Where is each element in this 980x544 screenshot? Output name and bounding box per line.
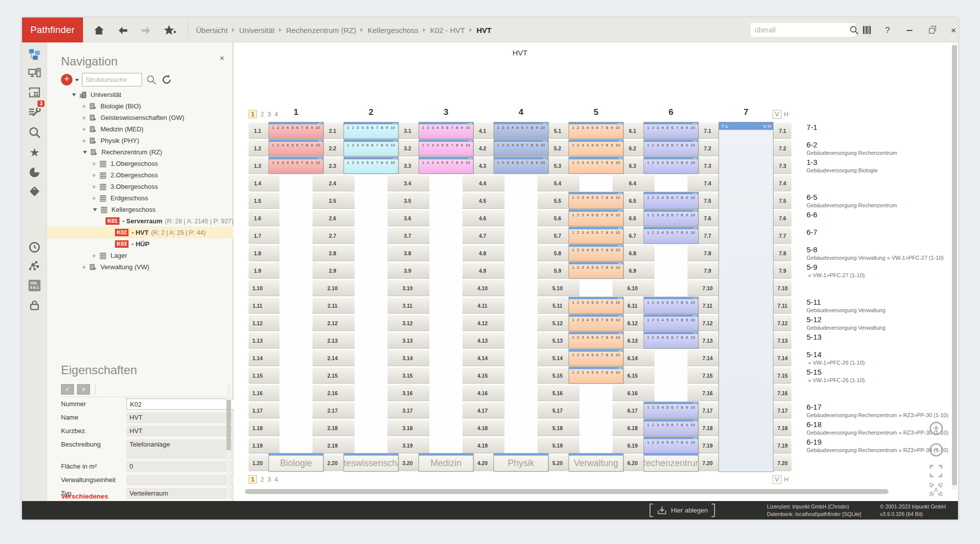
rack-row-label[interactable]: 4.11: [474, 297, 492, 314]
rack-row-label[interactable]: 1.13: [248, 332, 266, 349]
patch-panel[interactable]: 12345678910: [644, 419, 698, 436]
add-favorite-button[interactable]: [163, 23, 177, 37]
rail-item-tag[interactable]: [22, 182, 47, 200]
tree-item[interactable]: Medizin (MED): [47, 123, 234, 135]
rack-row-label[interactable]: 1.1: [248, 122, 266, 139]
rail-item-pie[interactable]: [22, 163, 47, 181]
rack-row-label[interactable]: 7.11: [774, 297, 792, 314]
rack-row-label[interactable]: 7.2: [698, 140, 716, 156]
rack-row-label[interactable]: 7.7: [774, 227, 792, 244]
rack-row-label[interactable]: 7.15: [774, 367, 792, 384]
rack-row-label[interactable]: 1.15: [248, 367, 266, 384]
rack-row-label[interactable]: 2.20: [324, 455, 342, 471]
rack-row-label[interactable]: 4.20: [474, 455, 492, 471]
rack-row-label[interactable]: 7.12: [774, 315, 792, 331]
rack-row-label[interactable]: 7.2: [774, 140, 792, 156]
rack-row-label[interactable]: 4.17: [474, 402, 492, 419]
rack-footer-panel[interactable]: Rechenzentrum: [644, 453, 698, 472]
patch-panel[interactable]: 12345678910: [644, 192, 698, 209]
rack-row-label[interactable]: 6.11: [624, 297, 642, 314]
rack-row-label[interactable]: 3.7: [398, 227, 416, 244]
rack-row-label[interactable]: 4.6: [474, 210, 492, 226]
patch-panel[interactable]: 12345678910: [268, 122, 324, 139]
rack-row-label[interactable]: 1.18: [248, 420, 266, 436]
rack-row-label[interactable]: 7.3: [774, 157, 792, 174]
rack-row-label[interactable]: 7.15: [698, 367, 716, 384]
rack-row-label[interactable]: 6.10: [624, 280, 642, 296]
rack-row-label[interactable]: 2.4: [324, 175, 342, 191]
add-dropdown-caret-icon[interactable]: [75, 79, 79, 81]
rack-row-label[interactable]: 6.13: [624, 332, 642, 349]
tree-item[interactable]: Lager: [47, 250, 234, 261]
rack-row-label[interactable]: 6.9: [624, 262, 642, 279]
rack-row-label[interactable]: 7.14: [774, 350, 792, 366]
rack-row-label[interactable]: 1.3: [248, 157, 266, 174]
patch-panel[interactable]: 12345678910: [268, 157, 324, 174]
rack-row-label[interactable]: 1.20: [248, 455, 266, 471]
panel-close-icon[interactable]: ×: [220, 53, 224, 63]
rack-row-label[interactable]: 2.8: [324, 245, 342, 261]
patch-panel[interactable]: 12345678910: [418, 122, 474, 139]
scrollbar-thumb[interactable]: [952, 45, 957, 485]
rack-row-label[interactable]: 3.6: [398, 210, 416, 226]
rack-row-label[interactable]: 5.6: [548, 210, 566, 226]
patch-panel[interactable]: 12345678910: [344, 122, 398, 139]
rack-row-label[interactable]: 2.19: [324, 437, 342, 454]
connection-link[interactable]: VW-1>PFC-26 (1-10): [812, 360, 864, 366]
rack-row-label[interactable]: 4.3: [474, 157, 492, 174]
rack-row-label[interactable]: 5.19: [548, 437, 566, 454]
fit-auto-button[interactable]: A: [928, 482, 944, 497]
view-button-h[interactable]: H: [784, 111, 788, 118]
rack-row-label[interactable]: 3.17: [398, 402, 416, 419]
rack-row-label[interactable]: 7.9: [774, 262, 792, 279]
rack-row-label[interactable]: 5.12: [548, 315, 566, 331]
rack-row-label[interactable]: 6.16: [624, 385, 642, 401]
rack-row-label[interactable]: 6.15: [624, 367, 642, 384]
rack-row-label[interactable]: 2.18: [324, 420, 342, 436]
rack-row-label[interactable]: 4.7: [474, 227, 492, 244]
breadcrumb-item[interactable]: K02 - HVT: [430, 26, 465, 34]
page-button-2[interactable]: 2: [260, 111, 264, 118]
rack-row-label[interactable]: 1.2: [248, 140, 266, 156]
rack-row-label[interactable]: 6.8: [624, 245, 642, 261]
rail-item-search[interactable]: [22, 123, 47, 141]
rack-row-label[interactable]: 7.16: [774, 385, 792, 401]
rack-row-label[interactable]: 1.17: [248, 402, 266, 419]
expander-closed-icon[interactable]: [93, 173, 96, 177]
rack-row-label[interactable]: 1.19: [248, 437, 266, 454]
tree-item[interactable]: 1.Obergeschoss: [47, 158, 234, 169]
tree-item[interactable]: Erdgeschoss: [47, 192, 234, 204]
patch-panel[interactable]: 12345678910: [568, 262, 624, 279]
rack-row-label[interactable]: 2.15: [324, 367, 342, 384]
rack-row-label[interactable]: 2.16: [324, 385, 342, 401]
rail-item-clock[interactable]: [22, 238, 47, 256]
connection-title[interactable]: 6-7: [806, 228, 954, 236]
connection-title[interactable]: 5-9: [806, 263, 954, 271]
connection-title[interactable]: 1-3: [806, 158, 954, 166]
rack-row-label[interactable]: 4.9: [474, 262, 492, 279]
close-button[interactable]: ×: [946, 23, 961, 37]
rack-row-label[interactable]: 7.4: [698, 175, 716, 191]
rack-row-label[interactable]: 6.1: [624, 122, 642, 139]
connection-title[interactable]: 5-14: [806, 350, 954, 359]
expander-closed-icon[interactable]: [83, 116, 86, 120]
patch-panel[interactable]: 12345678910: [568, 332, 624, 349]
rack-row-label[interactable]: 1.12: [248, 315, 266, 331]
rail-item-workstation[interactable]: [22, 64, 47, 82]
patch-panel[interactable]: 12345678910: [568, 314, 624, 331]
help-button[interactable]: ?: [880, 23, 895, 37]
rack-row-label[interactable]: 7.5: [774, 192, 792, 209]
rack-row-label[interactable]: 6.18: [624, 420, 642, 436]
rack-row-label[interactable]: 7.1: [698, 122, 716, 139]
rack-row-label[interactable]: 5.18: [548, 420, 566, 436]
rack-row-label[interactable]: 5.13: [548, 332, 566, 349]
tree-item[interactable]: Geisteswissenschaften (GW): [47, 112, 234, 123]
rack-row-label[interactable]: 5.9: [548, 262, 566, 279]
connection-title[interactable]: 5-11: [806, 298, 954, 306]
drop-target[interactable]: Hier ablegen: [650, 501, 715, 520]
rack-row-label[interactable]: 7.1: [774, 122, 792, 139]
expander-closed-icon[interactable]: [83, 104, 86, 108]
rack-row-label[interactable]: 7.17: [698, 402, 716, 419]
rack-row-label[interactable]: 5.4: [548, 175, 566, 191]
tree-item-k03[interactable]: K03- HÜP: [47, 238, 234, 250]
